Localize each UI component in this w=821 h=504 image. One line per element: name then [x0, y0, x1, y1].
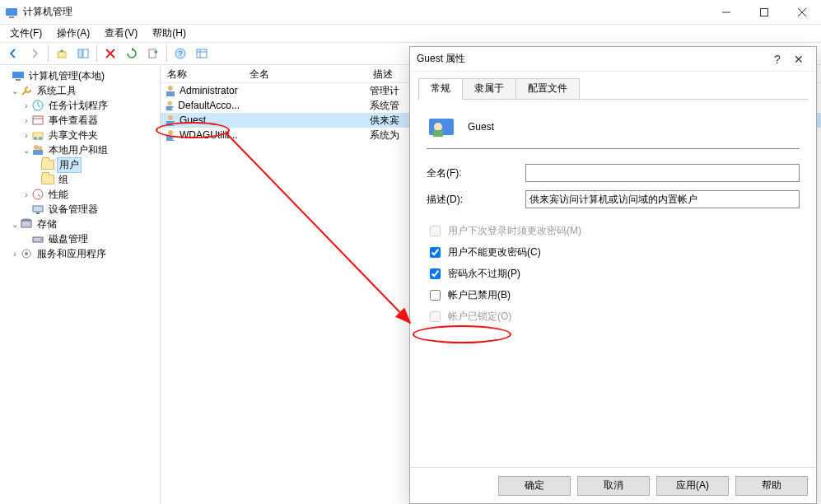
- collapse-icon[interactable]: ⌄: [10, 86, 20, 96]
- svg-point-43: [168, 130, 173, 135]
- row-name: Administrator: [180, 85, 238, 96]
- properties-dialog: Guest 属性 ? ✕ 常规 隶属于 配置文件 Guest 全名(F): 描述…: [409, 46, 817, 504]
- dialog-titlebar: Guest 属性 ? ✕: [410, 47, 816, 72]
- check-cannot-change-box[interactable]: [430, 247, 441, 258]
- fullname-label: 全名(F):: [427, 166, 525, 180]
- check-cannot-change[interactable]: 用户不能更改密码(C): [427, 241, 800, 263]
- collapse-icon[interactable]: ⌄: [21, 146, 31, 155]
- svg-point-46: [434, 123, 442, 131]
- dialog-close-button[interactable]: ✕: [788, 53, 809, 66]
- user-large-icon: [427, 112, 456, 142]
- row-desc: 系统为: [370, 128, 399, 142]
- tree-task-scheduler[interactable]: › 任务计划程序: [2, 98, 158, 113]
- view-list-button[interactable]: [192, 44, 212, 63]
- tree-root[interactable]: 计算机管理(本地): [2, 68, 158, 83]
- app-icon: [5, 6, 18, 19]
- back-button[interactable]: [3, 44, 23, 63]
- dialog-title: Guest 属性: [417, 52, 767, 66]
- ok-button[interactable]: 确定: [498, 476, 571, 496]
- computer-mgmt-icon: [12, 69, 25, 82]
- tree-systools[interactable]: ⌄ 系统工具: [2, 83, 158, 98]
- apply-button[interactable]: 应用(A): [656, 476, 729, 496]
- check-must-change-box: [430, 226, 441, 236]
- forward-button[interactable]: [25, 44, 44, 63]
- description-input[interactable]: [525, 190, 800, 208]
- tree-pane[interactable]: 计算机管理(本地) ⌄ 系统工具 › 任务计划程序 › 事件查看器 › 共享文件…: [0, 65, 161, 504]
- tab-profile[interactable]: 配置文件: [515, 78, 580, 100]
- user-icon: [164, 114, 177, 127]
- row-name: DefaultAcco...: [178, 100, 240, 111]
- svg-point-41: [168, 115, 173, 120]
- svg-point-39: [167, 101, 171, 105]
- close-button[interactable]: [783, 0, 821, 25]
- tree-shared-folders[interactable]: › 共享文件夹: [2, 128, 158, 142]
- help-button[interactable]: ?: [170, 44, 190, 63]
- perf-icon: [31, 188, 44, 201]
- check-account-disabled[interactable]: 帐户已禁用(B): [427, 284, 800, 306]
- tab-general[interactable]: 常规: [418, 78, 463, 100]
- help-dialog-button[interactable]: 帮助: [735, 476, 808, 496]
- tree-disk-mgmt[interactable]: 磁盘管理: [2, 231, 158, 246]
- svg-rect-38: [166, 91, 175, 96]
- svg-point-26: [39, 147, 43, 151]
- svg-rect-3: [761, 8, 768, 16]
- tree-groups[interactable]: 组: [2, 172, 158, 187]
- tree-performance[interactable]: › 性能: [2, 187, 158, 202]
- svg-rect-7: [78, 49, 82, 58]
- shared-folder-icon: [31, 128, 44, 142]
- minimize-button[interactable]: [707, 0, 745, 25]
- tree-device-manager[interactable]: 设备管理器: [2, 202, 158, 217]
- up-button[interactable]: [52, 44, 72, 63]
- svg-rect-18: [16, 79, 21, 81]
- tab-memberof[interactable]: 隶属于: [462, 78, 516, 100]
- menu-bar: 文件(F) 操作(A) 查看(V) 帮助(H): [0, 25, 821, 42]
- delete-button[interactable]: [100, 44, 120, 63]
- export-button[interactable]: [143, 44, 163, 63]
- users-group-icon: [31, 143, 44, 156]
- dialog-help-button[interactable]: ?: [767, 53, 788, 66]
- menu-file[interactable]: 文件(F): [3, 25, 49, 42]
- user-icon: [164, 99, 175, 112]
- expand-icon[interactable]: ›: [21, 101, 31, 110]
- expand-icon[interactable]: ›: [21, 116, 31, 125]
- expand-icon[interactable]: ›: [10, 250, 20, 259]
- expand-icon[interactable]: ›: [21, 190, 31, 199]
- svg-point-23: [34, 137, 37, 140]
- col-name[interactable]: 名称: [161, 65, 243, 82]
- menu-view[interactable]: 查看(V): [98, 25, 144, 42]
- maximize-button[interactable]: [745, 0, 783, 25]
- menu-help[interactable]: 帮助(H): [146, 25, 193, 42]
- cancel-button[interactable]: 取消: [577, 476, 650, 496]
- show-hide-tree-button[interactable]: [73, 44, 93, 63]
- tree-services[interactable]: › 服务和应用程序: [2, 246, 158, 261]
- check-never-expire[interactable]: 密码永不过期(P): [427, 263, 800, 284]
- dialog-tabs: 常规 隶属于 配置文件: [418, 78, 808, 100]
- window-title: 计算机管理: [23, 5, 707, 19]
- refresh-button[interactable]: [122, 44, 142, 63]
- row-desc: 系统管: [370, 99, 399, 113]
- svg-point-36: [25, 252, 28, 255]
- clock-icon: [31, 99, 44, 112]
- row-desc: 供来宾: [370, 114, 399, 128]
- menu-action[interactable]: 操作(A): [50, 25, 96, 42]
- check-account-disabled-box[interactable]: [430, 290, 441, 301]
- svg-rect-6: [58, 52, 66, 58]
- device-icon: [31, 203, 44, 216]
- svg-rect-8: [83, 49, 88, 58]
- col-fullname[interactable]: 全名: [243, 65, 366, 82]
- fullname-input[interactable]: [525, 164, 800, 182]
- svg-text:?: ?: [178, 49, 182, 58]
- tree-storage[interactable]: ⌄ 存储: [2, 217, 158, 231]
- disk-icon: [31, 232, 44, 245]
- tree-local-users[interactable]: ⌄ 本地用户和组: [2, 142, 158, 157]
- collapse-icon[interactable]: ⌄: [10, 220, 20, 229]
- user-icon: [164, 84, 177, 97]
- tree-event-viewer[interactable]: › 事件查看器: [2, 113, 158, 128]
- tree-users[interactable]: 用户: [2, 157, 158, 172]
- svg-rect-27: [33, 150, 43, 155]
- check-never-expire-box[interactable]: [430, 268, 441, 279]
- expand-icon[interactable]: ›: [21, 131, 31, 140]
- description-label: 描述(D):: [427, 193, 525, 207]
- titlebar: 计算机管理: [0, 0, 821, 25]
- user-name-display: Guest: [468, 121, 494, 133]
